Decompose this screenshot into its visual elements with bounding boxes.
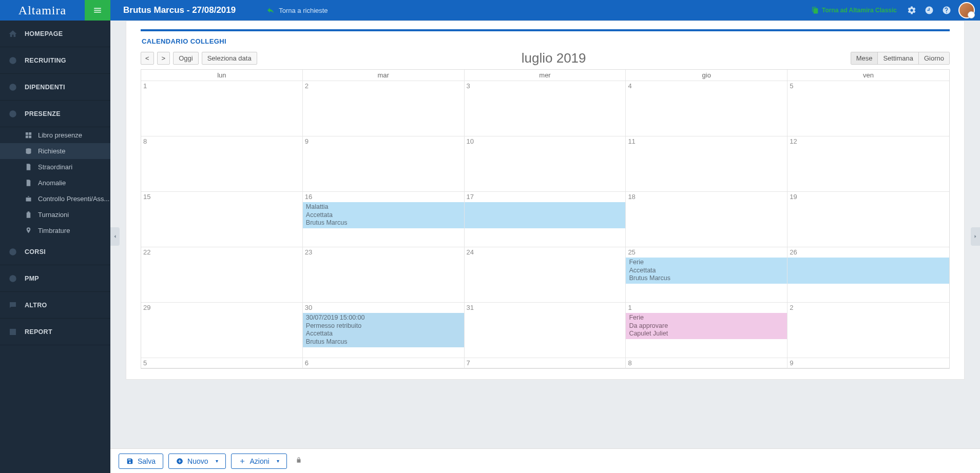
view-day[interactable]: Giorno <box>919 52 949 64</box>
calendar-cell[interactable]: 11 <box>626 136 787 192</box>
main: CALENDARIO COLLEGHI < > Oggi Seleziona d… <box>110 21 980 448</box>
classic-link[interactable]: Torna ad Altamira Classic <box>812 7 897 14</box>
calendar-cell[interactable]: 6 <box>303 358 465 368</box>
calendar-cell[interactable]: 1 <box>141 81 303 136</box>
settings-button[interactable] <box>903 2 920 19</box>
globe-icon <box>8 56 17 65</box>
nav-altro[interactable]: ALTRO <box>0 292 110 319</box>
new-label: Nuovo <box>187 457 208 465</box>
nav-corsi[interactable]: CORSI <box>0 239 110 265</box>
calendar-event[interactable]: MalattiaAccettataBrutus Marcus <box>303 202 465 228</box>
collapse-left[interactable] <box>110 227 120 246</box>
calendar-cell[interactable]: 3 <box>465 81 626 136</box>
nav-homepage[interactable]: HOMEPAGE <box>0 21 110 47</box>
home-icon <box>8 29 17 38</box>
calendar-cell[interactable]: 7 <box>465 358 626 368</box>
chevron-down-icon: ▾ <box>277 458 279 464</box>
calendar-event[interactable]: FerieAccettataBrutus Marcus <box>626 258 787 284</box>
help-button[interactable] <box>938 2 955 19</box>
dow: ven <box>787 70 949 81</box>
avatar[interactable] <box>958 2 975 18</box>
back-link[interactable]: Torna a richieste <box>266 6 328 14</box>
calendar-cell[interactable]: 10 <box>465 136 626 192</box>
nav-label: DIPENDENTI <box>25 84 65 91</box>
calendar-body: 12345891011121516MalattiaAccettataBrutus… <box>141 81 949 368</box>
sub-label: Timbrature <box>38 227 70 234</box>
calendar-event[interactable]: 30/07/2019 15:00:00Permesso retribuitoAc… <box>303 313 464 347</box>
view-month[interactable]: Mese <box>851 52 878 64</box>
sub-label: Richieste <box>38 147 65 155</box>
nav-label: PRESENZE <box>25 110 61 117</box>
event-line: 30/07/2019 15:00:00 <box>306 314 461 322</box>
calendar-cell[interactable]: 16MalattiaAccettataBrutus Marcus <box>303 192 465 247</box>
panel-title: CALENDARIO COLLEGHI <box>141 37 950 45</box>
calendar-event[interactable] <box>465 202 626 228</box>
nav-report[interactable]: REPORT <box>0 319 110 345</box>
calendar-cell[interactable]: 2 <box>303 81 465 136</box>
sub-richieste[interactable]: Richieste <box>0 143 110 159</box>
sub-turnazioni[interactable]: Turnazioni <box>0 207 110 223</box>
plus-icon <box>239 458 246 465</box>
calendar-cell[interactable]: 18 <box>626 192 787 247</box>
nav-presenze[interactable]: PRESENZE <box>0 101 110 127</box>
nav-pmp[interactable]: PMP <box>0 265 110 292</box>
calendar-cell[interactable]: 24 <box>465 247 626 303</box>
sub-anomalie[interactable]: Anomalie <box>0 175 110 191</box>
footer-bar: Salva Nuovo ▾ Azioni ▾ <box>110 448 980 473</box>
save-button[interactable]: Salva <box>119 454 163 469</box>
calendar-cell[interactable]: 8 <box>141 136 303 192</box>
calendar-cell[interactable]: 25FerieAccettataBrutus Marcus <box>626 247 787 303</box>
hamburger-button[interactable] <box>85 0 110 21</box>
calendar-cell[interactable]: 29 <box>141 303 303 358</box>
calendar-panel: CALENDARIO COLLEGHI < > Oggi Seleziona d… <box>126 21 965 380</box>
today-button[interactable]: Oggi <box>173 52 198 65</box>
actions-button[interactable]: Azioni ▾ <box>231 454 287 469</box>
doc-icon <box>25 163 32 171</box>
sub-label: Turnazioni <box>38 211 69 219</box>
nav-dipendenti[interactable]: DIPENDENTI <box>0 74 110 101</box>
calendar-cell[interactable]: 5 <box>787 81 949 136</box>
history-button[interactable] <box>920 2 938 19</box>
chevron-down-icon: ▾ <box>216 458 218 464</box>
calendar-cell[interactable]: 9 <box>303 136 465 192</box>
calendar-cell[interactable]: 2 <box>787 303 949 358</box>
calendar-cell[interactable]: 12 <box>787 136 949 192</box>
calendar-event[interactable] <box>787 258 949 284</box>
report-icon <box>8 327 17 337</box>
panel-accent <box>141 29 950 31</box>
view-week[interactable]: Settimana <box>878 52 919 64</box>
nav-recruiting[interactable]: RECRUITING <box>0 47 110 74</box>
calendar-cell[interactable]: 8 <box>626 358 787 368</box>
topbar: Altamira Brutus Marcus - 27/08/2019 Torn… <box>0 0 980 21</box>
calendar-event[interactable]: FerieDa approvareCapulet Juliet <box>626 313 787 339</box>
chevron-left-icon <box>112 233 118 240</box>
new-button[interactable]: Nuovo ▾ <box>168 454 225 469</box>
calendar-cell[interactable]: 31 <box>465 303 626 358</box>
calendar-cell[interactable]: 17 <box>465 192 626 247</box>
calendar-cell[interactable]: 26 <box>787 247 949 303</box>
pin-icon <box>25 227 32 234</box>
calendar-cell[interactable]: 3030/07/2019 15:00:00Permesso retribuito… <box>303 303 465 358</box>
sub-timbrature[interactable]: Timbrature <box>0 223 110 239</box>
calendar-cell[interactable]: 22 <box>141 247 303 303</box>
help-icon <box>942 6 951 15</box>
sub-libro-presenze[interactable]: Libro presenze <box>0 127 110 143</box>
calendar-cell[interactable]: 9 <box>787 358 949 368</box>
next-button[interactable]: > <box>157 52 170 65</box>
save-icon <box>126 458 133 465</box>
sub-straordinari[interactable]: Straordinari <box>0 159 110 175</box>
calendar-cell[interactable]: 19 <box>787 192 949 247</box>
topbar-right: Torna ad Altamira Classic <box>812 2 980 19</box>
calendar-cell[interactable]: 4 <box>626 81 787 136</box>
calendar-cell[interactable]: 5 <box>141 358 303 368</box>
prev-button[interactable]: < <box>141 52 154 65</box>
calendar-cell[interactable]: 23 <box>303 247 465 303</box>
lock-icon <box>295 457 302 466</box>
calendar-cell[interactable]: 1FerieDa approvareCapulet Juliet <box>626 303 787 358</box>
sub-controllo[interactable]: Controllo Presenti/Ass... <box>0 191 110 207</box>
collapse-right[interactable] <box>971 227 980 246</box>
view-switch: Mese Settimana Giorno <box>851 52 950 65</box>
event-line: Accettata <box>306 211 462 220</box>
calendar-cell[interactable]: 15 <box>141 192 303 247</box>
pick-date-button[interactable]: Seleziona data <box>202 52 257 65</box>
